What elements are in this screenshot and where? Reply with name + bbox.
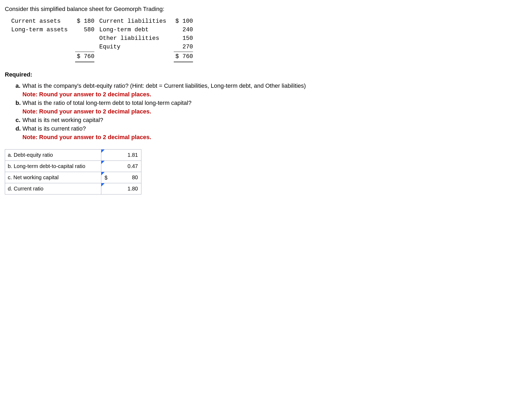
req-note: Note: Round your answer to 2 decimal pla… (16, 107, 512, 116)
bs-right-label: Long-term debt (99, 26, 169, 34)
bs-right-label: Other liabilities (99, 34, 169, 43)
bs-row: Equity 270 (11, 43, 193, 52)
required-heading: Required: (5, 70, 512, 79)
requirement-item: c.What is its net working capital? (16, 116, 512, 124)
bs-row: Other liabilities 150 (11, 34, 193, 43)
answer-value: 1.81 (128, 152, 138, 158)
req-text: What is its net working capital? (22, 117, 103, 123)
bs-total-row: $ 760 $ 760 (11, 52, 193, 62)
req-text: What is the company's debt-equity ratio?… (22, 82, 306, 89)
answer-row: c. Net working capital $ 80 (5, 172, 141, 183)
answer-label: c. Net working capital (5, 172, 101, 183)
balance-sheet: Current assets $ 180 Current liabilities… (5, 17, 512, 62)
intro-text: Consider this simplified balance sheet f… (5, 5, 512, 13)
answer-value: 0.47 (128, 163, 138, 169)
answer-value-cell[interactable]: $ 80 (101, 172, 141, 183)
req-note: Note: Round your answer to 2 decimal pla… (16, 90, 512, 99)
bs-right-total: $ 760 (169, 52, 193, 62)
requirements-list: a.What is the company's debt-equity rati… (16, 82, 512, 141)
answer-value: 1.80 (128, 186, 138, 192)
bs-right-label: Equity (99, 43, 169, 52)
answer-value-cell[interactable]: 0.47 (101, 161, 141, 172)
answer-value: 80 (132, 174, 138, 180)
requirement-item: d.What is its current ratio? Note: Round… (16, 124, 512, 142)
answer-value-cell[interactable]: 1.81 (101, 150, 141, 161)
bs-right-value: $ 100 (169, 17, 193, 26)
req-text: What is the ratio of total long-term deb… (22, 100, 191, 106)
bs-row: Long-term assets 580 Long-term debt 240 (11, 26, 193, 34)
answer-row: b. Long-term debt-to-capital ratio 0.47 (5, 161, 141, 172)
answer-label: a. Debt-equity ratio (5, 150, 101, 161)
answer-row: d. Current ratio 1.80 (5, 183, 141, 194)
answer-label: b. Long-term debt-to-capital ratio (5, 161, 101, 172)
bs-right-value: 270 (169, 43, 193, 52)
req-marker: d. (16, 124, 22, 133)
bs-right-value: 150 (169, 34, 193, 43)
requirement-item: b.What is the ratio of total long-term d… (16, 99, 512, 116)
req-marker: b. (16, 99, 22, 107)
bs-left-value: 580 (70, 26, 94, 34)
answer-prefix: $ (105, 174, 107, 181)
balance-sheet-table: Current assets $ 180 Current liabilities… (11, 17, 193, 62)
requirement-item: a.What is the company's debt-equity rati… (16, 82, 512, 99)
bs-right-label: Current liabilities (99, 17, 169, 26)
bs-left-total: $ 760 (70, 52, 94, 62)
answer-label: d. Current ratio (5, 183, 101, 194)
bs-left-value: $ 180 (70, 17, 94, 26)
req-marker: c. (16, 116, 22, 124)
bs-left-label: Long-term assets (11, 26, 70, 34)
answer-row: a. Debt-equity ratio 1.81 (5, 150, 141, 161)
bs-row: Current assets $ 180 Current liabilities… (11, 17, 193, 26)
req-text: What is its current ratio? (22, 125, 86, 132)
req-marker: a. (16, 82, 22, 90)
answer-value-cell[interactable]: 1.80 (101, 183, 141, 194)
req-note: Note: Round your answer to 2 decimal pla… (16, 133, 512, 142)
answers-table: a. Debt-equity ratio 1.81 b. Long-term d… (5, 149, 141, 194)
bs-left-label: Current assets (11, 17, 70, 26)
bs-right-value: 240 (169, 26, 193, 34)
